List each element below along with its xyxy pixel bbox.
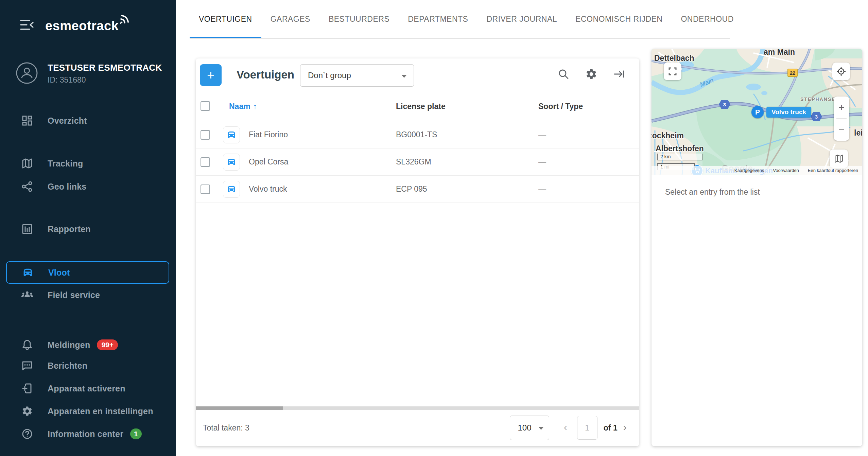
sidebar-item-overzicht[interactable]: Overzicht — [6, 109, 169, 132]
row-checkbox[interactable] — [201, 185, 210, 194]
sidebar-item-apparaat-activeren[interactable]: Apparaat activeren — [6, 377, 169, 400]
vehicle-type: — — [538, 185, 546, 194]
next-page-icon[interactable]: › — [623, 421, 627, 433]
share-icon — [21, 180, 33, 193]
app-logo-text: esmeotrack — [45, 17, 119, 35]
locate-button[interactable] — [832, 63, 850, 80]
chevron-down-icon — [401, 75, 407, 78]
sidebar-item-label: Rapporten — [48, 224, 91, 234]
user-info[interactable]: TESTUSER ESMEOTRACK ID: 351680 — [0, 58, 176, 92]
sidebar-item-apparaten-instellingen[interactable]: Apparaten en instellingen — [6, 400, 169, 422]
map[interactable]: Dettelbach am Main STEPHANSBERG Main toc… — [652, 49, 862, 175]
help-icon — [21, 428, 33, 440]
vehicles-toolbar: + Voertuigen Don`t group — [196, 58, 639, 92]
sidebar-item-geo-links[interactable]: Geo links — [6, 175, 169, 198]
gear-icon — [21, 405, 33, 417]
prev-page-icon[interactable]: ‹ — [563, 421, 567, 433]
car-icon — [22, 266, 34, 279]
vehicle-name: Fiat Fiorino — [249, 130, 288, 139]
scrollbar-thumb[interactable] — [196, 406, 283, 410]
zoom-control: + − — [834, 97, 849, 141]
info-center-badge: 1 — [130, 428, 142, 439]
table-row[interactable]: Volvo truck ECP 095 — — [196, 176, 639, 203]
vehicle-name: Opel Corsa — [249, 157, 288, 166]
bell-icon — [21, 339, 33, 351]
table-header: Naam↑ License plate Soort / Type — [196, 92, 639, 121]
page-size-dropdown[interactable]: 100 — [510, 416, 549, 440]
sidebar-item-label: Tracking — [48, 159, 83, 169]
vehicle-license-plate: BG0001-TS — [396, 130, 437, 139]
map-city-label: am Main — [764, 49, 795, 57]
signal-icon — [119, 13, 131, 26]
settings-icon[interactable] — [585, 68, 597, 80]
current-page-input[interactable]: 1 — [577, 416, 597, 440]
sidebar-item-tracking[interactable]: Tracking — [6, 152, 169, 175]
tab-economisch-rijden[interactable]: ECONOMISCH RIJDEN — [566, 0, 672, 38]
sidebar-item-label: Berichten — [48, 361, 87, 371]
sidebar-item-label: Geo links — [48, 182, 86, 192]
map-icon — [21, 157, 33, 170]
user-id: ID: 351680 — [48, 75, 86, 85]
table-row[interactable]: Opel Corsa SL326GM — — [196, 148, 639, 176]
map-town-label: lein — [854, 128, 862, 138]
tab-bestuurders[interactable]: BESTUURDERS — [319, 0, 399, 38]
tab-voertuigen[interactable]: VOERTUIGEN — [190, 0, 261, 38]
chevron-down-icon — [539, 427, 543, 430]
sidebar-item-vloot[interactable]: Vloot — [6, 261, 169, 284]
horizontal-scrollbar[interactable] — [196, 406, 639, 410]
row-checkbox[interactable] — [201, 157, 210, 167]
detail-placeholder: Select an entry from the list — [665, 188, 760, 197]
zoom-in-button[interactable]: + — [834, 97, 849, 118]
row-checkbox[interactable] — [201, 130, 210, 140]
fullscreen-button[interactable] — [664, 63, 681, 80]
parking-marker[interactable]: P — [751, 106, 764, 118]
tab-onderhoud[interactable]: ONDERHOUD — [672, 0, 743, 38]
zoom-out-button[interactable]: − — [834, 119, 849, 141]
vehicle-icon — [223, 154, 240, 171]
user-avatar-icon — [16, 62, 38, 84]
sidebar-item-field-service[interactable]: Field service — [6, 284, 169, 306]
sidebar-item-label: Meldingen — [48, 340, 90, 350]
user-name: TESTUSER ESMEOTRACK — [48, 63, 162, 73]
group-dropdown[interactable]: Don`t group — [300, 64, 414, 87]
sort-asc-icon: ↑ — [253, 102, 257, 111]
chat-icon — [21, 359, 33, 372]
sidebar-item-label: Apparaat activeren — [48, 384, 125, 393]
module-tabs: VOERTUIGEN GARAGES BESTUURDERS DEPARTMEN… — [190, 0, 743, 38]
map-attribution: Kaartgegevens Voorwaarden Een kaartfout … — [652, 166, 862, 175]
map-town-label: tockheim — [652, 131, 684, 140]
collapse-panel-icon[interactable] — [613, 68, 625, 80]
select-all-checkbox[interactable] — [201, 101, 210, 111]
page-count-label: of 1 — [604, 423, 618, 433]
app-logo: esmeotrack — [45, 16, 131, 35]
vehicle-icon — [223, 126, 240, 143]
collapse-menu-icon[interactable] — [19, 18, 35, 32]
page-title: Voertuigen — [237, 68, 294, 81]
vehicle-name: Volvo truck — [249, 185, 287, 194]
search-icon[interactable] — [557, 68, 570, 80]
sidebar-item-berichten[interactable]: Berichten — [6, 354, 169, 377]
sidebar-item-information-center[interactable]: Information center 1 — [6, 423, 169, 445]
map-type-button[interactable] — [830, 150, 848, 168]
column-header-type[interactable]: Soort / Type — [538, 102, 583, 111]
add-vehicle-button[interactable]: + — [200, 64, 222, 86]
table-row[interactable]: Fiat Fiorino BG0001-TS — — [196, 121, 639, 148]
tab-driver-journal[interactable]: DRIVER JOURNAL — [477, 0, 566, 38]
map-city-label: Dettelbach — [654, 54, 694, 63]
report-error-link[interactable]: Een kaartfout rapporteren — [808, 168, 858, 173]
vehicle-map-label[interactable]: Volvo truck — [766, 107, 811, 118]
terms-link[interactable]: Voorwaarden — [773, 168, 799, 173]
map-data-link[interactable]: Kaartgegevens — [734, 168, 764, 173]
sidebar-item-label: Field service — [48, 290, 100, 300]
sidebar-item-meldingen[interactable]: Meldingen 99+ — [6, 334, 169, 356]
people-icon — [21, 289, 33, 301]
column-header-naam[interactable]: Naam↑ — [229, 102, 257, 111]
page-size-value: 100 — [518, 423, 531, 433]
sidebar-item-rapporten[interactable]: Rapporten — [6, 218, 169, 240]
dashboard-icon — [21, 115, 33, 127]
sidebar-item-label: Overzicht — [48, 116, 87, 126]
road-badge-22: 22 — [787, 69, 798, 77]
tab-garages[interactable]: GARAGES — [261, 0, 319, 38]
tab-departments[interactable]: DEPARTMENTS — [399, 0, 477, 38]
column-header-license-plate[interactable]: License plate — [396, 102, 446, 111]
